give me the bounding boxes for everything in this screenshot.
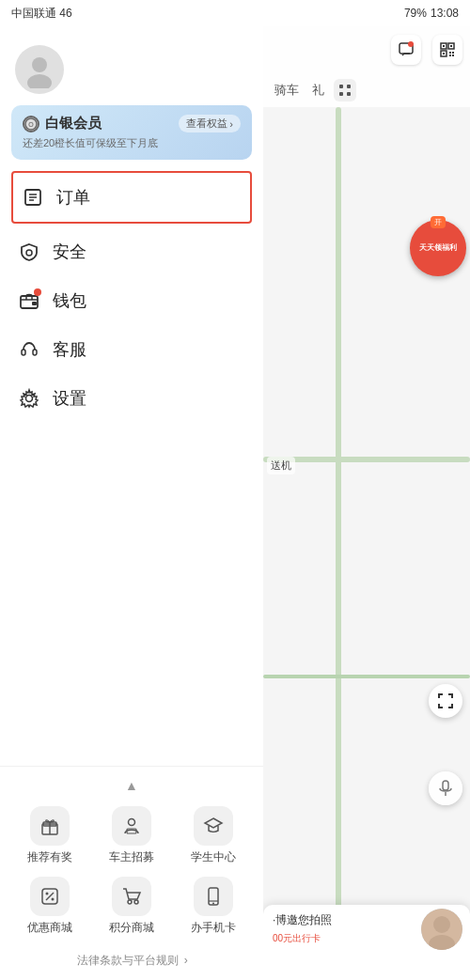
driver-icon-circle (112, 806, 151, 846)
shield-icon (19, 241, 39, 262)
svg-rect-27 (209, 888, 218, 905)
membership-title: 白银会员 (45, 115, 102, 132)
svg-point-57 (433, 916, 450, 933)
referral-icon-circle (30, 806, 70, 846)
gear-svg (19, 388, 39, 409)
grid-row-1: 推荐有奖 车主招募 (0, 801, 263, 871)
view-benefits-button[interactable]: 查看权益 › (179, 115, 241, 132)
main-layout: O 白银会员 查看权益 › 还差20橙长值可保级至下月底 (0, 26, 470, 980)
chat-icon-btn[interactable] (391, 35, 421, 65)
membership-card[interactable]: O 白银会员 查看权益 › 还差20橙长值可保级至下月底 (11, 105, 252, 160)
daily-reward-open: 开 (431, 216, 446, 228)
status-right: 79% 13:08 (404, 7, 459, 20)
menu-label-settings: 设置 (53, 387, 86, 410)
right-panel: 骑车 礼 送机 开 天天领福利 (263, 26, 470, 980)
qr-icon (439, 41, 456, 58)
grid-item-discount[interactable]: 优惠商城 (17, 877, 83, 936)
grid-label-student: 学生中心 (191, 849, 236, 865)
location-scan-button[interactable] (429, 684, 462, 718)
drawer-panel: O 白银会员 查看权益 › 还差20橙长值可保级至下月底 (0, 26, 263, 980)
road-v1 (336, 107, 341, 980)
grid-label-phone: 办手机卡 (191, 920, 236, 936)
grid-row-2: 优惠商城 积分商城 (0, 871, 263, 941)
discount-icon-circle (30, 877, 70, 916)
cart-icon (121, 886, 142, 907)
user-area[interactable] (0, 26, 263, 105)
svg-rect-51 (438, 704, 440, 708)
grid-item-driver[interactable]: 车主招募 (99, 806, 164, 865)
svg-rect-39 (452, 52, 454, 54)
legal-footer[interactable]: 法律条款与平台规则 › (0, 945, 263, 980)
svg-text:O: O (28, 121, 34, 128)
membership-top: O 白银会员 查看权益 › (23, 115, 241, 132)
promo-avatar-img (421, 909, 462, 950)
arrow-up: ▲ (0, 774, 263, 801)
grid-label-points: 积分商城 (109, 920, 154, 936)
map-label: 送机 (267, 457, 295, 474)
map-nav-gift[interactable]: 礼 (308, 80, 328, 101)
qr-icon-btn[interactable] (432, 35, 462, 65)
svg-rect-44 (339, 92, 343, 96)
svg-rect-41 (452, 54, 454, 56)
promo-avatar (421, 909, 462, 950)
phone-icon-circle (194, 877, 233, 916)
svg-rect-40 (449, 54, 451, 56)
points-icon-circle (112, 877, 151, 916)
promo-banner[interactable]: ·博邀您拍照 00元出行卡 (263, 905, 470, 980)
avatar[interactable] (15, 45, 64, 94)
menu-item-wallet[interactable]: 钱包 (0, 276, 263, 325)
grid-icon (338, 84, 352, 97)
svg-point-1 (32, 57, 47, 72)
daily-reward-btn[interactable]: 开 天天领福利 (410, 220, 466, 276)
svg-point-24 (52, 898, 55, 901)
svg-point-9 (26, 250, 32, 256)
wallet-badge (34, 288, 41, 296)
svg-rect-42 (339, 85, 343, 88)
membership-left: O 白银会员 (23, 115, 102, 132)
map-content: 送机 开 天天领福利 (263, 107, 470, 980)
svg-point-23 (46, 893, 49, 895)
phone-card-icon (203, 886, 224, 907)
headset-svg (19, 339, 39, 360)
voice-button[interactable] (429, 771, 462, 805)
road-h2 (263, 675, 470, 678)
gift-icon (39, 816, 60, 836)
grid-item-student[interactable]: 学生中心 (180, 806, 246, 865)
grid-label-discount: 优惠商城 (27, 920, 72, 936)
grid-item-points[interactable]: 积分商城 (99, 877, 164, 936)
svg-rect-35 (443, 45, 445, 47)
driver-icon (121, 816, 142, 836)
menu-item-security[interactable]: 安全 (0, 227, 263, 276)
carrier-text: 中国联通 46 (11, 6, 72, 22)
menu-item-settings[interactable]: 设置 (0, 374, 263, 423)
battery-text: 79% (404, 7, 427, 20)
svg-point-25 (128, 900, 132, 904)
grid-item-phone[interactable]: 办手机卡 (180, 877, 246, 936)
avatar-svg (21, 51, 58, 88)
map-topbar (263, 26, 470, 73)
map-nav-bike[interactable]: 骑车 (271, 80, 303, 101)
menu-label-security: 安全 (53, 241, 86, 263)
order-svg (23, 187, 43, 208)
time-text: 13:08 (431, 7, 459, 20)
svg-marker-20 (205, 818, 222, 828)
student-icon-circle (194, 806, 233, 846)
menu-label-wallet: 钱包 (53, 289, 86, 312)
svg-point-18 (128, 819, 134, 826)
svg-rect-38 (449, 52, 451, 54)
menu-item-order[interactable]: 订单 (11, 171, 252, 224)
menu-item-service[interactable]: 客服 (0, 325, 263, 374)
discount-icon (39, 886, 60, 907)
menu-label-order: 订单 (56, 186, 90, 209)
grid-item-referral[interactable]: 推荐有奖 (17, 806, 83, 865)
order-icon (23, 187, 43, 208)
menu-label-service: 客服 (53, 338, 86, 361)
grid-dots-icon[interactable] (334, 79, 356, 101)
svg-rect-45 (347, 92, 351, 96)
svg-rect-47 (438, 693, 440, 698)
svg-point-26 (134, 900, 138, 904)
gear-icon (19, 388, 39, 409)
coin-icon: O (24, 117, 38, 131)
svg-rect-11 (32, 302, 37, 305)
microphone-icon (437, 780, 454, 797)
